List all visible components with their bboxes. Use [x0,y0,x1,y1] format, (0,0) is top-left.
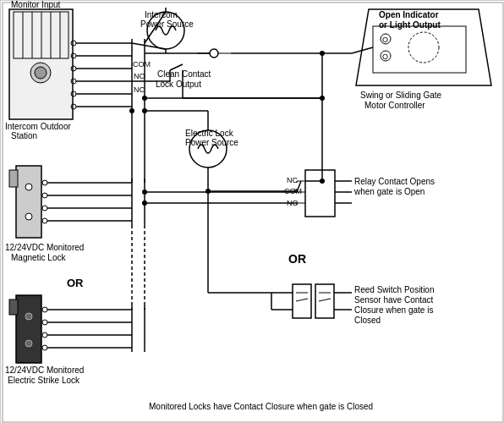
svg-rect-57 [16,166,41,238]
svg-text:OR: OR [288,252,306,266]
svg-point-116 [320,179,325,184]
svg-point-74 [142,108,147,113]
svg-text:Sensor have Contact: Sensor have Contact [354,295,434,305]
monitor-input-label: Monitor Input [11,1,61,9]
svg-point-60 [25,213,32,220]
svg-text:Relay Contact Opens: Relay Contact Opens [354,177,435,186]
svg-text:Closed: Closed [354,316,381,325]
svg-text:Electric Strike Lock: Electric Strike Lock [8,376,80,385]
intercom-outdoor-station-label: Intercom Outdoor [5,122,71,131]
svg-text:O: O [382,36,388,44]
svg-rect-121 [315,284,334,318]
svg-rect-120 [293,284,311,318]
svg-text:OR: OR [67,277,84,289]
svg-text:NO: NO [134,72,145,80]
svg-text:12/24VDC Monitored: 12/24VDC Monitored [5,243,84,252]
svg-point-81 [25,340,32,347]
intercom-outdoor-station-label2: Station [11,131,37,140]
bottom-note: Monitored Locks have Contact Closure whe… [149,402,373,411]
svg-text:COM: COM [133,60,151,69]
svg-rect-79 [9,299,18,315]
svg-text:O: O [382,52,388,61]
svg-text:COM: COM [284,187,302,195]
svg-rect-78 [16,295,41,363]
svg-rect-58 [9,170,18,187]
svg-point-135 [142,201,147,206]
svg-text:Open Indicator: Open Indicator [379,10,439,19]
svg-point-73 [129,108,134,113]
svg-text:NC: NC [134,85,145,94]
svg-point-59 [25,184,32,190]
svg-text:Motor Controller: Motor Controller [364,101,425,110]
svg-text:NC: NC [287,176,298,184]
svg-text:Power Source: Power Source [140,19,194,29]
svg-text:Closure when gate is: Closure when gate is [354,305,433,315]
svg-rect-96 [305,170,335,217]
svg-text:Magnetic Lock: Magnetic Lock [11,253,66,262]
svg-point-118 [142,96,147,101]
svg-point-133 [205,189,211,194]
svg-point-154 [320,96,325,101]
svg-text:Swing or Sliding Gate: Swing or Sliding Gate [360,91,442,100]
svg-point-115 [142,190,147,195]
svg-point-11 [35,67,47,79]
wiring-diagram: Monitor Input Intercom Outdoor Station I… [0,0,504,423]
svg-text:when gate is Open: when gate is Open [353,187,425,196]
svg-text:or Light Output: or Light Output [379,20,441,30]
svg-text:Reed Switch Position: Reed Switch Position [354,285,435,294]
svg-text:12/24VDC Monitored: 12/24VDC Monitored [5,365,84,375]
svg-rect-140 [373,26,466,73]
svg-point-80 [25,313,32,320]
svg-text:Power Source: Power Source [185,138,238,147]
svg-text:Electric Lock: Electric Lock [185,129,234,138]
svg-text:Clean Contact: Clean Contact [157,69,211,79]
